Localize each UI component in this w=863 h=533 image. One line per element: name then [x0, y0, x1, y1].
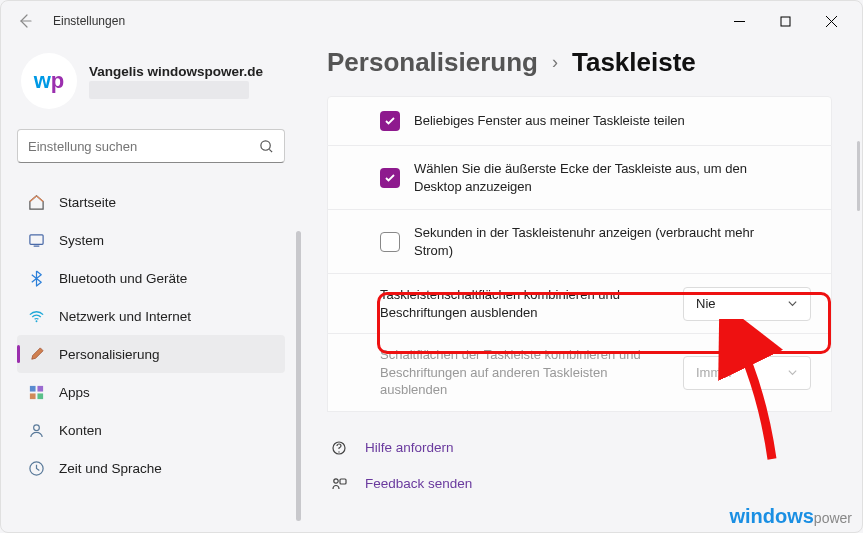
search-input[interactable]	[17, 129, 285, 163]
svg-rect-4	[29, 385, 35, 391]
avatar: wp	[21, 53, 77, 109]
combine-select[interactable]: Nie	[683, 287, 811, 321]
sidebar-item-home[interactable]: Startseite	[17, 183, 285, 221]
combine-other-select: Immer	[683, 356, 811, 390]
select-value: Nie	[696, 296, 716, 311]
chevron-down-icon	[787, 367, 798, 378]
setting-label: Wählen Sie die äußerste Ecke der Tasklei…	[414, 160, 781, 195]
svg-point-3	[35, 320, 37, 322]
setting-label: Beliebiges Fenster aus meiner Taskleiste…	[414, 112, 781, 130]
clock-icon	[27, 459, 45, 477]
breadcrumb: Personalisierung › Taskleiste	[327, 47, 832, 78]
sidebar-item-label: Personalisierung	[59, 347, 160, 362]
svg-point-1	[261, 140, 270, 149]
window-title: Einstellungen	[53, 14, 125, 28]
setting-desktop-corner[interactable]: Wählen Sie die äußerste Ecke der Tasklei…	[327, 146, 832, 210]
main-scrollbar[interactable]	[857, 141, 860, 211]
wifi-icon	[27, 307, 45, 325]
sidebar-item-system[interactable]: System	[17, 221, 285, 259]
feedback-icon	[331, 476, 349, 492]
sidebar-item-label: Apps	[59, 385, 90, 400]
profile-name: Vangelis windowspower.de	[89, 64, 281, 79]
svg-rect-6	[29, 393, 35, 399]
nav: Startseite System Bluetooth und Geräte N…	[17, 183, 285, 487]
chevron-right-icon: ›	[552, 52, 558, 73]
checkbox-unchecked-icon[interactable]	[380, 232, 400, 252]
help-icon	[331, 440, 349, 456]
svg-rect-0	[781, 17, 790, 26]
search-icon	[259, 139, 274, 154]
footer-links: Hilfe anfordern Feedback senden	[327, 430, 832, 502]
maximize-button[interactable]	[762, 5, 808, 37]
svg-rect-7	[37, 393, 43, 399]
minimize-button[interactable]	[716, 5, 762, 37]
sidebar-item-label: Zeit und Sprache	[59, 461, 162, 476]
sidebar-item-label: Konten	[59, 423, 102, 438]
system-icon	[27, 231, 45, 249]
breadcrumb-parent[interactable]: Personalisierung	[327, 47, 538, 78]
back-button[interactable]	[9, 5, 41, 37]
apps-icon	[27, 383, 45, 401]
svg-rect-5	[37, 385, 43, 391]
sidebar-item-label: System	[59, 233, 104, 248]
svg-point-12	[334, 479, 338, 483]
sidebar-item-bluetooth[interactable]: Bluetooth und Geräte	[17, 259, 285, 297]
feedback-link[interactable]: Feedback senden	[327, 466, 832, 502]
help-link[interactable]: Hilfe anfordern	[327, 430, 832, 466]
sidebar-item-accounts[interactable]: Konten	[17, 411, 285, 449]
setting-combine-buttons: Taskleistenschaltflächen kombinieren und…	[327, 274, 832, 334]
brush-icon	[27, 345, 45, 363]
titlebar: Einstellungen	[1, 1, 862, 41]
profile[interactable]: wp Vangelis windowspower.de	[21, 53, 281, 109]
sidebar-item-network[interactable]: Netzwerk und Internet	[17, 297, 285, 335]
sidebar-item-label: Netzwerk und Internet	[59, 309, 191, 324]
setting-share-window[interactable]: Beliebiges Fenster aus meiner Taskleiste…	[327, 96, 832, 146]
svg-point-8	[33, 424, 39, 430]
sidebar: wp Vangelis windowspower.de Startseite S…	[1, 41, 301, 532]
bluetooth-icon	[27, 269, 45, 287]
main-content: Personalisierung › Taskleiste Beliebiges…	[301, 41, 862, 532]
setting-label: Sekunden in der Taskleistenuhr anzeigen …	[414, 224, 781, 259]
chevron-down-icon	[787, 298, 798, 309]
select-value: Immer	[696, 365, 733, 380]
setting-clock-seconds[interactable]: Sekunden in der Taskleistenuhr anzeigen …	[327, 210, 832, 274]
window-controls	[716, 5, 854, 37]
setting-label: Taskleistenschaltflächen kombinieren und…	[380, 286, 665, 321]
svg-rect-13	[340, 479, 346, 484]
account-icon	[27, 421, 45, 439]
checkbox-checked-icon[interactable]	[380, 168, 400, 188]
home-icon	[27, 193, 45, 211]
search-field[interactable]	[28, 139, 259, 154]
breadcrumb-current: Taskleiste	[572, 47, 696, 78]
svg-rect-2	[29, 234, 42, 243]
sidebar-item-label: Startseite	[59, 195, 116, 210]
setting-combine-other: Schaltflächen der Taskleiste kombinieren…	[327, 334, 832, 412]
setting-label: Schaltflächen der Taskleiste kombinieren…	[380, 346, 665, 399]
checkbox-checked-icon[interactable]	[380, 111, 400, 131]
link-text: Feedback senden	[365, 476, 472, 491]
arrow-left-icon	[17, 13, 33, 29]
sidebar-item-label: Bluetooth und Geräte	[59, 271, 187, 286]
link-text: Hilfe anfordern	[365, 440, 454, 455]
sidebar-item-apps[interactable]: Apps	[17, 373, 285, 411]
close-button[interactable]	[808, 5, 854, 37]
profile-email	[89, 81, 249, 99]
sidebar-item-personalization[interactable]: Personalisierung	[17, 335, 285, 373]
sidebar-item-time[interactable]: Zeit und Sprache	[17, 449, 285, 487]
svg-point-11	[338, 451, 339, 452]
